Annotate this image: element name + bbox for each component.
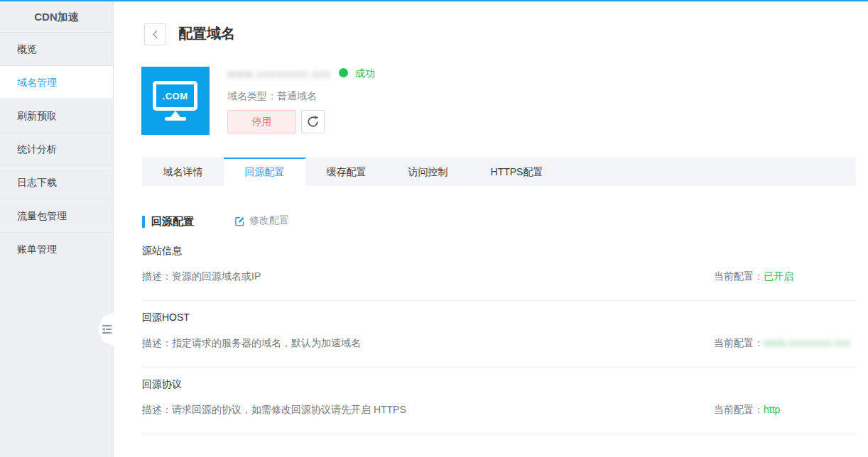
tab-origin-config[interactable]: 回源配置: [224, 158, 305, 186]
sidebar-item-domain-management[interactable]: 域名管理: [0, 66, 113, 99]
domain-name-blurred: www.xxxxxxxx.xxx: [227, 67, 332, 79]
sidebar-item-log-download[interactable]: 日志下载: [0, 166, 113, 199]
cdn-console-page: CDN加速 概览 域名管理 刷新预取 统计分析 日志下载 流量包管理 账单管理 …: [0, 0, 868, 457]
setting-current-config: 当前配置：已开启: [714, 270, 793, 283]
setting-description: 描述：请求回源的协议，如需修改回源协议请先开启 HTTPS: [142, 404, 406, 417]
current-config-value: http: [764, 404, 780, 415]
setting-title: 源站信息: [142, 245, 182, 258]
sidebar-item-refresh-prefetch[interactable]: 刷新预取: [0, 99, 113, 133]
setting-row-origin-host: 回源HOST 描述：指定请求的服务器的域名，默认为加速域名 当前配置：www.x…: [142, 301, 856, 368]
tab-cache-config[interactable]: 缓存配置: [305, 158, 387, 186]
setting-current-config: 当前配置：http: [714, 404, 780, 417]
tab-domain-details[interactable]: 域名详情: [142, 158, 224, 186]
current-config-value: 已开启: [764, 270, 793, 282]
setting-row-origin-info: 源站信息 描述：资源的回源域名或IP 当前配置：已开启: [142, 234, 856, 301]
edit-config-link[interactable]: 修改配置: [234, 214, 289, 227]
edit-config-label: 修改配置: [249, 214, 289, 227]
tab-access-control[interactable]: 访问控制: [387, 158, 469, 186]
monitor-base: [165, 117, 186, 121]
domain-type-value: 普通域名: [277, 90, 317, 101]
monitor-screen: .COM: [153, 81, 197, 111]
section-title: 回源配置: [151, 215, 194, 228]
edit-pencil-icon: [234, 216, 245, 226]
setting-row-origin-protocol: 回源协议 描述：请求回源的协议，如需修改回源协议请先开启 HTTPS 当前配置：…: [142, 368, 856, 434]
tab-https-config[interactable]: HTTPS配置: [469, 158, 565, 186]
current-config-label: 当前配置：: [714, 337, 764, 348]
collapse-menu-icon: [102, 325, 112, 334]
top-accent-line: [0, 0, 868, 1]
sidebar-item-statistics[interactable]: 统计分析: [0, 133, 113, 166]
monitor-stand: [170, 111, 180, 117]
status-dot-icon: [339, 68, 348, 77]
page-title: 配置域名: [178, 24, 235, 43]
section-accent-bar: [142, 216, 145, 228]
refresh-icon: [306, 115, 320, 128]
sidebar-item-billing[interactable]: 账单管理: [0, 233, 113, 266]
domain-monitor-icon: .COM: [141, 67, 210, 135]
setting-description: 描述：资源的回源域名或IP: [142, 270, 261, 283]
sidebar-title: CDN加速: [0, 1, 113, 33]
back-button[interactable]: [144, 23, 166, 45]
disable-button[interactable]: 停用: [227, 110, 296, 133]
sidebar: CDN加速 概览 域名管理 刷新预取 统计分析 日志下载 流量包管理 账单管理: [0, 1, 114, 457]
refresh-button[interactable]: [301, 110, 325, 133]
setting-title: 回源协议: [142, 378, 182, 391]
current-config-value-blurred: www.xxxxxxxx.xxx: [764, 337, 850, 348]
domain-icon-label: .COM: [163, 91, 188, 101]
chevron-left-icon: [151, 30, 160, 39]
setting-current-config: 当前配置：www.xxxxxxxx.xxx: [714, 337, 850, 350]
current-config-label: 当前配置：: [714, 404, 764, 415]
sidebar-item-traffic-package[interactable]: 流量包管理: [0, 199, 113, 233]
sidebar-nav: 概览 域名管理 刷新预取 统计分析 日志下载 流量包管理 账单管理: [0, 33, 113, 266]
config-tabs: 域名详情 回源配置 缓存配置 访问控制 HTTPS配置: [142, 158, 856, 186]
setting-title: 回源HOST: [142, 312, 190, 324]
settings-list: 源站信息 描述：资源的回源域名或IP 当前配置：已开启 回源HOST 描述：指定…: [142, 234, 856, 434]
status-text: 成功: [355, 67, 375, 80]
setting-description: 描述：指定请求的服务器的域名，默认为加速域名: [142, 337, 361, 350]
domain-type-line: 域名类型：普通域名: [227, 90, 317, 103]
sidebar-item-overview[interactable]: 概览: [0, 33, 113, 66]
current-config-label: 当前配置：: [714, 270, 764, 282]
domain-type-label: 域名类型：: [227, 90, 277, 101]
